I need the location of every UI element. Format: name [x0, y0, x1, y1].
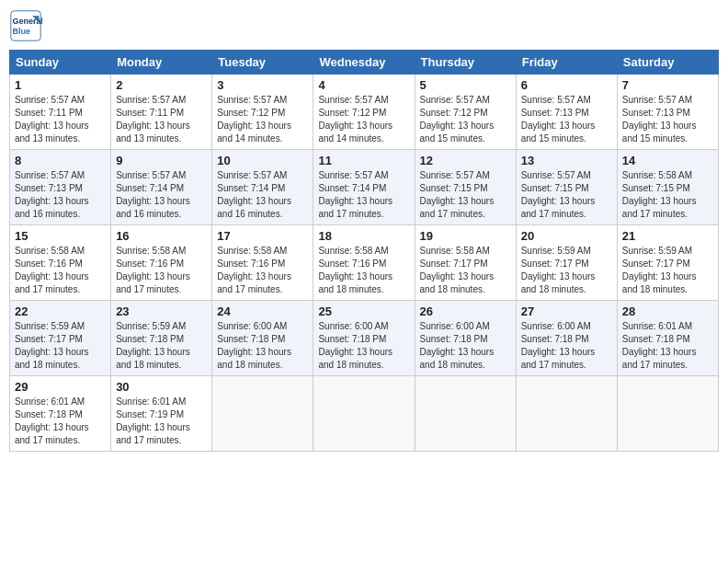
- day-1: 1Sunrise: 5:57 AMSunset: 7:11 PMDaylight…: [10, 75, 111, 150]
- day-18: 18Sunrise: 5:58 AMSunset: 7:16 PMDayligh…: [313, 225, 415, 301]
- header-sunday: Sunday: [10, 51, 111, 75]
- day-22: 22Sunrise: 5:59 AMSunset: 7:17 PMDayligh…: [10, 301, 111, 376]
- calendar-week-5: 29Sunrise: 6:01 AMSunset: 7:18 PMDayligh…: [10, 376, 719, 452]
- day-21: 21Sunrise: 5:59 AMSunset: 7:17 PMDayligh…: [617, 225, 718, 301]
- day-9: 9Sunrise: 5:57 AMSunset: 7:14 PMDaylight…: [111, 150, 212, 225]
- day-29: 29Sunrise: 6:01 AMSunset: 7:18 PMDayligh…: [10, 376, 111, 452]
- logo-icon: General Blue: [9, 9, 42, 42]
- day-16: 16Sunrise: 5:58 AMSunset: 7:16 PMDayligh…: [111, 225, 212, 301]
- empty-cell: [212, 376, 313, 452]
- empty-cell: [617, 376, 718, 452]
- day-10: 10Sunrise: 5:57 AMSunset: 7:14 PMDayligh…: [212, 150, 313, 225]
- day-11: 11Sunrise: 5:57 AMSunset: 7:14 PMDayligh…: [313, 150, 415, 225]
- header-wednesday: Wednesday: [313, 51, 415, 75]
- calendar-table: SundayMondayTuesdayWednesdayThursdayFrid…: [9, 50, 719, 452]
- calendar-header-row: SundayMondayTuesdayWednesdayThursdayFrid…: [10, 51, 719, 75]
- empty-cell: [313, 376, 415, 452]
- header-thursday: Thursday: [415, 51, 516, 75]
- empty-cell: [516, 376, 617, 452]
- page-header: General Blue: [9, 9, 719, 42]
- calendar-week-3: 15Sunrise: 5:58 AMSunset: 7:16 PMDayligh…: [10, 225, 719, 301]
- empty-cell: [415, 376, 516, 452]
- day-26: 26Sunrise: 6:00 AMSunset: 7:18 PMDayligh…: [415, 301, 516, 376]
- day-3: 3Sunrise: 5:57 AMSunset: 7:12 PMDaylight…: [212, 75, 313, 150]
- day-25: 25Sunrise: 6:00 AMSunset: 7:18 PMDayligh…: [313, 301, 415, 376]
- calendar-week-1: 1Sunrise: 5:57 AMSunset: 7:11 PMDaylight…: [10, 75, 719, 150]
- calendar-week-4: 22Sunrise: 5:59 AMSunset: 7:17 PMDayligh…: [10, 301, 719, 376]
- day-17: 17Sunrise: 5:58 AMSunset: 7:16 PMDayligh…: [212, 225, 313, 301]
- header-tuesday: Tuesday: [212, 51, 313, 75]
- day-12: 12Sunrise: 5:57 AMSunset: 7:15 PMDayligh…: [415, 150, 516, 225]
- day-15: 15Sunrise: 5:58 AMSunset: 7:16 PMDayligh…: [10, 225, 111, 301]
- day-28: 28Sunrise: 6:01 AMSunset: 7:18 PMDayligh…: [617, 301, 718, 376]
- header-saturday: Saturday: [617, 51, 718, 75]
- day-14: 14Sunrise: 5:58 AMSunset: 7:15 PMDayligh…: [617, 150, 718, 225]
- day-27: 27Sunrise: 6:00 AMSunset: 7:18 PMDayligh…: [516, 301, 617, 376]
- day-6: 6Sunrise: 5:57 AMSunset: 7:13 PMDaylight…: [516, 75, 617, 150]
- logo: General Blue: [9, 9, 46, 42]
- day-8: 8Sunrise: 5:57 AMSunset: 7:13 PMDaylight…: [10, 150, 111, 225]
- calendar-week-2: 8Sunrise: 5:57 AMSunset: 7:13 PMDaylight…: [10, 150, 719, 225]
- day-7: 7Sunrise: 5:57 AMSunset: 7:13 PMDaylight…: [617, 75, 718, 150]
- day-30: 30Sunrise: 6:01 AMSunset: 7:19 PMDayligh…: [111, 376, 212, 452]
- day-13: 13Sunrise: 5:57 AMSunset: 7:15 PMDayligh…: [516, 150, 617, 225]
- day-20: 20Sunrise: 5:59 AMSunset: 7:17 PMDayligh…: [516, 225, 617, 301]
- day-2: 2Sunrise: 5:57 AMSunset: 7:11 PMDaylight…: [111, 75, 212, 150]
- day-24: 24Sunrise: 6:00 AMSunset: 7:18 PMDayligh…: [212, 301, 313, 376]
- day-5: 5Sunrise: 5:57 AMSunset: 7:12 PMDaylight…: [415, 75, 516, 150]
- day-23: 23Sunrise: 5:59 AMSunset: 7:18 PMDayligh…: [111, 301, 212, 376]
- svg-text:Blue: Blue: [13, 27, 31, 36]
- header-monday: Monday: [111, 51, 212, 75]
- header-friday: Friday: [516, 51, 617, 75]
- day-19: 19Sunrise: 5:58 AMSunset: 7:17 PMDayligh…: [415, 225, 516, 301]
- day-4: 4Sunrise: 5:57 AMSunset: 7:12 PMDaylight…: [313, 75, 415, 150]
